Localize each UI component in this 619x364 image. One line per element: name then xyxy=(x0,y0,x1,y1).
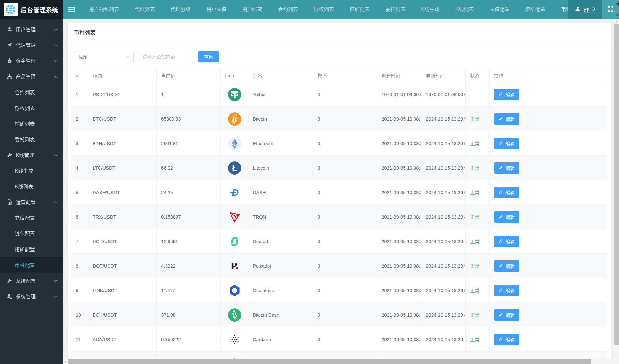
top-tab[interactable]: 币种配置× xyxy=(553,0,568,19)
top-tab[interactable]: 挖矿配置 xyxy=(518,0,553,19)
edit-button[interactable]: 编辑 xyxy=(494,113,519,125)
sidebar-subitem[interactable]: 挖矿列表 xyxy=(0,116,63,131)
cell-icon xyxy=(221,82,248,107)
cell-sort: 0 xyxy=(313,156,377,180)
edit-button[interactable]: 编辑 xyxy=(494,162,519,174)
edit-button[interactable]: 编辑 xyxy=(494,309,519,321)
cell-alias: Ethereum xyxy=(248,131,313,156)
top-tab-label: 充值配置 xyxy=(490,7,510,12)
top-tab[interactable]: 充值配置 xyxy=(482,0,518,19)
edit-button[interactable]: 编辑 xyxy=(494,334,519,345)
sidebar-item-label: K线管理 xyxy=(16,151,34,159)
cell-sort: 0 xyxy=(313,107,377,131)
top-tab[interactable]: 代理列表 xyxy=(127,0,163,19)
sidebar-subitem-label: 充值配置 xyxy=(15,214,35,221)
chainlink-icon xyxy=(228,287,242,292)
edit-button-label: 编辑 xyxy=(505,189,515,196)
chevron-down-icon xyxy=(54,58,57,63)
edit-button[interactable]: 编辑 xyxy=(494,187,519,198)
sidebar-subitem[interactable]: 期权列表 xyxy=(0,100,63,116)
top-tab[interactable]: 用户充值 xyxy=(198,0,234,19)
edit-button[interactable]: 编辑 xyxy=(494,89,519,100)
column-header: 当前价 xyxy=(157,69,221,82)
scroll-left-arrow-icon[interactable] xyxy=(63,359,68,364)
top-tab[interactable]: 用户钱包列表 xyxy=(81,0,127,19)
sidebar-item-label: 代理管理 xyxy=(16,41,36,49)
cell-status: 正常 xyxy=(466,131,490,156)
top-tab[interactable]: 用户账变 xyxy=(234,0,270,19)
menu-collapse-icon[interactable] xyxy=(63,0,81,19)
sidebar-item[interactable]: ¥资金管理 xyxy=(0,53,63,68)
sidebar-item-label: 系统配置 xyxy=(16,277,36,284)
cell-title: BCH/USDT xyxy=(88,303,157,327)
cell-actions: 编辑 xyxy=(490,278,607,303)
top-tab[interactable]: K线生成 xyxy=(413,0,448,19)
vertical-scrollbar[interactable] xyxy=(614,19,619,359)
search-button[interactable]: 查询 xyxy=(198,51,219,62)
sidebar-item[interactable]: 系统配置 xyxy=(0,273,63,288)
cell-sort: 0 xyxy=(313,180,377,205)
cell-sort: 0 xyxy=(313,254,377,278)
sidebar-item[interactable]: 系统管理 xyxy=(0,288,63,304)
status-badge: 正常 xyxy=(470,166,480,171)
top-tab[interactable]: 挖矿列表 xyxy=(342,0,377,19)
cell-alias: Decred xyxy=(248,229,313,254)
user-icon xyxy=(7,27,12,32)
horizontal-scrollbar-thumb[interactable] xyxy=(68,359,591,364)
sidebar-subitem[interactable]: 合约列表 xyxy=(0,84,63,100)
app-title: 后台管理系统 xyxy=(21,5,58,14)
sidebar-subitem[interactable]: K线列表 xyxy=(0,178,63,194)
chevron-up-icon xyxy=(54,152,57,158)
cell-created: 2021-09-05 10:38:37 xyxy=(377,278,421,303)
tether-icon xyxy=(228,91,242,96)
cell-status xyxy=(466,82,490,107)
sidebar-subitem[interactable]: 挖矿配置 xyxy=(0,241,63,257)
edit-button[interactable]: 编辑 xyxy=(494,236,519,247)
edit-button-label: 编辑 xyxy=(505,312,515,318)
cell-icon: Ɖ xyxy=(221,180,248,205)
top-tab[interactable]: 期权列表 xyxy=(306,0,342,19)
chevron-down-icon xyxy=(54,293,57,299)
sidebar-subitem[interactable]: K线生成 xyxy=(0,163,63,178)
sidebar-subitem[interactable]: 委托列表 xyxy=(0,131,63,147)
column-header: 标题 xyxy=(88,69,157,82)
edit-button[interactable]: 编辑 xyxy=(494,285,519,296)
cell-created: 2021-09-05 10:38:37 xyxy=(377,107,421,131)
status-badge: 正常 xyxy=(470,190,480,195)
top-tab[interactable]: 委托列表 xyxy=(377,0,413,19)
status-badge: 正常 xyxy=(470,215,480,220)
cell-title: DASH/USDT xyxy=(88,180,157,205)
cell-sort: 0 xyxy=(313,205,377,229)
cell-icon xyxy=(221,327,248,352)
column-header: 更新时间 xyxy=(421,69,466,82)
cell-title: ADA/USDT xyxy=(88,327,157,352)
top-tab[interactable]: 合约列表 xyxy=(270,0,306,19)
sidebar-subitem[interactable]: 币种配置 xyxy=(0,257,63,273)
ethereum-icon xyxy=(228,140,242,145)
cell-updated: 2024-10-15 13:29:51 xyxy=(421,107,466,131)
cell-title: DCR/USDT xyxy=(88,229,157,254)
table-row: 5DASH/USDT24.25ƉDASH02021-09-05 10:38:37… xyxy=(71,180,607,205)
top-tab[interactable]: K线列表 xyxy=(448,0,482,19)
filter-field-select[interactable]: 标题 xyxy=(74,51,134,62)
sidebar-item[interactable]: 用户管理 xyxy=(0,21,63,37)
sidebar-subitem[interactable]: 充值配置 xyxy=(0,210,63,225)
horizontal-scrollbar[interactable] xyxy=(63,359,614,364)
cell-id: 5 xyxy=(71,180,88,205)
sidebar-item[interactable]: 运营配置 xyxy=(0,194,63,210)
sidebar-item[interactable]: K线管理 xyxy=(0,147,63,163)
edit-button[interactable]: 编辑 xyxy=(494,211,519,223)
polkadot-icon: P xyxy=(228,263,242,268)
sidebar-item[interactable]: 代理管理 xyxy=(0,37,63,53)
vertical-scrollbar-thumb[interactable] xyxy=(614,24,619,345)
top-tab[interactable]: 代理分级 xyxy=(163,0,198,19)
search-input[interactable] xyxy=(138,51,194,62)
user-menu[interactable]: 理 xyxy=(568,0,602,19)
sidebar-subitem[interactable]: 钱包配置 xyxy=(0,225,63,241)
pencil-icon xyxy=(499,141,503,146)
sidebar-item[interactable]: 产品管理 xyxy=(0,68,63,84)
send-icon xyxy=(7,42,12,48)
edit-button[interactable]: 编辑 xyxy=(494,260,519,272)
cell-icon xyxy=(221,352,248,359)
edit-button[interactable]: 编辑 xyxy=(494,138,519,149)
